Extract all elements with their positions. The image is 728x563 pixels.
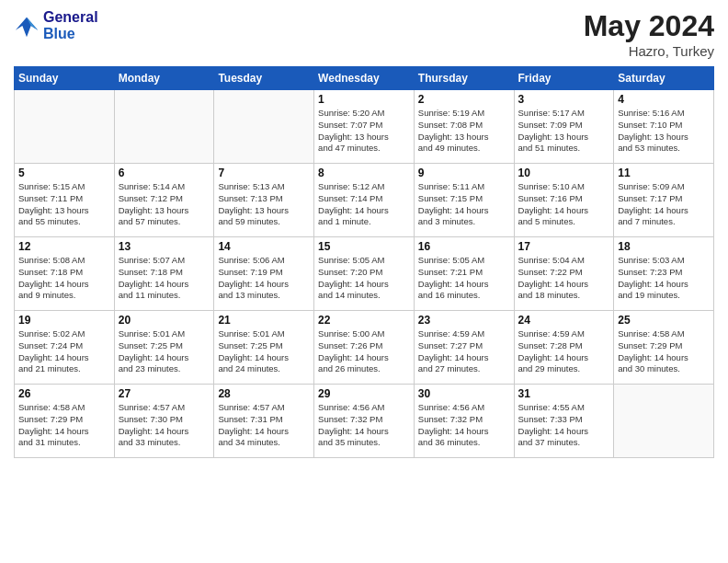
day-info: Sunrise: 4:58 AM Sunset: 7:29 PM Dayligh… <box>18 402 110 449</box>
day-info: Sunrise: 5:17 AM Sunset: 7:09 PM Dayligh… <box>518 108 610 155</box>
day-number: 6 <box>119 167 210 179</box>
day-info: Sunrise: 5:15 AM Sunset: 7:11 PM Dayligh… <box>18 181 110 228</box>
calendar-cell: 2Sunrise: 5:19 AM Sunset: 7:08 PM Daylig… <box>414 90 514 164</box>
day-info: Sunrise: 5:03 AM Sunset: 7:23 PM Dayligh… <box>618 255 710 302</box>
day-info: Sunrise: 5:11 AM Sunset: 7:15 PM Dayligh… <box>418 181 510 228</box>
day-info: Sunrise: 5:02 AM Sunset: 7:24 PM Dayligh… <box>18 328 110 375</box>
day-info: Sunrise: 5:09 AM Sunset: 7:17 PM Dayligh… <box>618 181 710 228</box>
calendar-cell: 31Sunrise: 4:55 AM Sunset: 7:33 PM Dayli… <box>514 385 614 458</box>
day-info: Sunrise: 5:06 AM Sunset: 7:19 PM Dayligh… <box>218 255 310 302</box>
calendar-cell: 1Sunrise: 5:20 AM Sunset: 7:07 PM Daylig… <box>314 90 415 164</box>
day-number: 15 <box>318 240 410 253</box>
location: Hazro, Turkey <box>584 43 714 59</box>
day-number: 11 <box>618 167 710 179</box>
calendar-cell: 22Sunrise: 5:00 AM Sunset: 7:26 PM Dayli… <box>314 311 415 385</box>
calendar-cell: 11Sunrise: 5:09 AM Sunset: 7:17 PM Dayli… <box>614 164 714 237</box>
day-number: 13 <box>119 240 210 253</box>
calendar-cell: 24Sunrise: 4:59 AM Sunset: 7:28 PM Dayli… <box>514 311 614 385</box>
calendar-cell: 19Sunrise: 5:02 AM Sunset: 7:24 PM Dayli… <box>15 311 115 385</box>
day-number: 17 <box>518 240 610 253</box>
day-number: 26 <box>18 387 110 400</box>
day-number: 22 <box>318 314 410 327</box>
title-block: May 2024 Hazro, Turkey <box>584 9 714 59</box>
calendar-cell: 5Sunrise: 5:15 AM Sunset: 7:11 PM Daylig… <box>15 164 115 237</box>
day-info: Sunrise: 5:05 AM Sunset: 7:21 PM Dayligh… <box>418 255 510 302</box>
calendar-cell: 8Sunrise: 5:12 AM Sunset: 7:14 PM Daylig… <box>314 164 415 237</box>
day-info: Sunrise: 4:59 AM Sunset: 7:28 PM Dayligh… <box>518 328 610 375</box>
calendar-cell: 4Sunrise: 5:16 AM Sunset: 7:10 PM Daylig… <box>614 90 714 164</box>
day-info: Sunrise: 5:14 AM Sunset: 7:12 PM Dayligh… <box>119 181 210 228</box>
day-number: 7 <box>218 167 310 179</box>
calendar-cell <box>614 385 714 458</box>
day-number: 16 <box>418 240 510 253</box>
day-info: Sunrise: 5:19 AM Sunset: 7:08 PM Dayligh… <box>418 108 510 155</box>
weekday-header: Tuesday <box>214 67 314 90</box>
day-number: 4 <box>618 93 710 106</box>
day-info: Sunrise: 5:05 AM Sunset: 7:20 PM Dayligh… <box>318 255 410 302</box>
day-number: 10 <box>518 167 610 179</box>
day-number: 9 <box>418 167 510 179</box>
calendar-cell: 7Sunrise: 5:13 AM Sunset: 7:13 PM Daylig… <box>214 164 314 237</box>
day-number: 25 <box>618 314 710 327</box>
day-info: Sunrise: 4:56 AM Sunset: 7:32 PM Dayligh… <box>318 402 410 449</box>
calendar-cell: 3Sunrise: 5:17 AM Sunset: 7:09 PM Daylig… <box>514 90 614 164</box>
calendar-cell: 28Sunrise: 4:57 AM Sunset: 7:31 PM Dayli… <box>214 385 314 458</box>
day-info: Sunrise: 5:13 AM Sunset: 7:13 PM Dayligh… <box>218 181 310 228</box>
calendar-week-row: 19Sunrise: 5:02 AM Sunset: 7:24 PM Dayli… <box>15 311 714 385</box>
calendar-cell: 29Sunrise: 4:56 AM Sunset: 7:32 PM Dayli… <box>314 385 415 458</box>
day-number: 1 <box>318 93 410 106</box>
calendar-cell: 16Sunrise: 5:05 AM Sunset: 7:21 PM Dayli… <box>414 237 514 311</box>
calendar-cell: 26Sunrise: 4:58 AM Sunset: 7:29 PM Dayli… <box>15 385 115 458</box>
day-number: 2 <box>418 93 510 106</box>
weekday-header-row: SundayMondayTuesdayWednesdayThursdayFrid… <box>15 67 714 90</box>
calendar-cell: 10Sunrise: 5:10 AM Sunset: 7:16 PM Dayli… <box>514 164 614 237</box>
page: General Blue May 2024 Hazro, Turkey Sund… <box>0 0 728 563</box>
day-number: 3 <box>518 93 610 106</box>
day-number: 12 <box>18 240 110 253</box>
day-number: 28 <box>218 387 310 400</box>
day-number: 14 <box>218 240 310 253</box>
calendar-cell <box>214 90 314 164</box>
logo: General Blue <box>14 9 98 41</box>
header: General Blue May 2024 Hazro, Turkey <box>14 9 714 59</box>
calendar-cell: 23Sunrise: 4:59 AM Sunset: 7:27 PM Dayli… <box>414 311 514 385</box>
calendar-cell <box>15 90 115 164</box>
calendar-cell: 30Sunrise: 4:56 AM Sunset: 7:32 PM Dayli… <box>414 385 514 458</box>
calendar-cell: 6Sunrise: 5:14 AM Sunset: 7:12 PM Daylig… <box>114 164 214 237</box>
day-number: 8 <box>318 167 410 179</box>
calendar-week-row: 1Sunrise: 5:20 AM Sunset: 7:07 PM Daylig… <box>15 90 714 164</box>
day-number: 20 <box>119 314 210 327</box>
day-info: Sunrise: 5:16 AM Sunset: 7:10 PM Dayligh… <box>618 108 710 155</box>
calendar-cell <box>114 90 214 164</box>
day-info: Sunrise: 4:57 AM Sunset: 7:30 PM Dayligh… <box>119 402 210 449</box>
day-number: 18 <box>618 240 710 253</box>
calendar-cell: 18Sunrise: 5:03 AM Sunset: 7:23 PM Dayli… <box>614 237 714 311</box>
calendar-cell: 20Sunrise: 5:01 AM Sunset: 7:25 PM Dayli… <box>114 311 214 385</box>
day-info: Sunrise: 5:08 AM Sunset: 7:18 PM Dayligh… <box>18 255 110 302</box>
day-number: 29 <box>318 387 410 400</box>
day-info: Sunrise: 5:01 AM Sunset: 7:25 PM Dayligh… <box>119 328 210 375</box>
day-info: Sunrise: 5:07 AM Sunset: 7:18 PM Dayligh… <box>119 255 210 302</box>
day-info: Sunrise: 4:56 AM Sunset: 7:32 PM Dayligh… <box>418 402 510 449</box>
calendar-table: SundayMondayTuesdayWednesdayThursdayFrid… <box>14 66 714 458</box>
calendar-week-row: 26Sunrise: 4:58 AM Sunset: 7:29 PM Dayli… <box>15 385 714 458</box>
calendar-week-row: 5Sunrise: 5:15 AM Sunset: 7:11 PM Daylig… <box>15 164 714 237</box>
day-info: Sunrise: 5:12 AM Sunset: 7:14 PM Dayligh… <box>318 181 410 228</box>
day-info: Sunrise: 5:00 AM Sunset: 7:26 PM Dayligh… <box>318 328 410 375</box>
day-info: Sunrise: 4:55 AM Sunset: 7:33 PM Dayligh… <box>518 402 610 449</box>
calendar-week-row: 12Sunrise: 5:08 AM Sunset: 7:18 PM Dayli… <box>15 237 714 311</box>
logo-icon <box>14 13 40 39</box>
weekday-header: Friday <box>514 67 614 90</box>
day-number: 27 <box>119 387 210 400</box>
weekday-header: Saturday <box>614 67 714 90</box>
calendar-cell: 17Sunrise: 5:04 AM Sunset: 7:22 PM Dayli… <box>514 237 614 311</box>
calendar-cell: 25Sunrise: 4:58 AM Sunset: 7:29 PM Dayli… <box>614 311 714 385</box>
weekday-header: Thursday <box>414 67 514 90</box>
day-info: Sunrise: 5:04 AM Sunset: 7:22 PM Dayligh… <box>518 255 610 302</box>
day-number: 21 <box>218 314 310 327</box>
calendar-cell: 21Sunrise: 5:01 AM Sunset: 7:25 PM Dayli… <box>214 311 314 385</box>
calendar-cell: 9Sunrise: 5:11 AM Sunset: 7:15 PM Daylig… <box>414 164 514 237</box>
day-info: Sunrise: 4:59 AM Sunset: 7:27 PM Dayligh… <box>418 328 510 375</box>
calendar-cell: 13Sunrise: 5:07 AM Sunset: 7:18 PM Dayli… <box>114 237 214 311</box>
logo-text: General Blue <box>43 9 98 41</box>
